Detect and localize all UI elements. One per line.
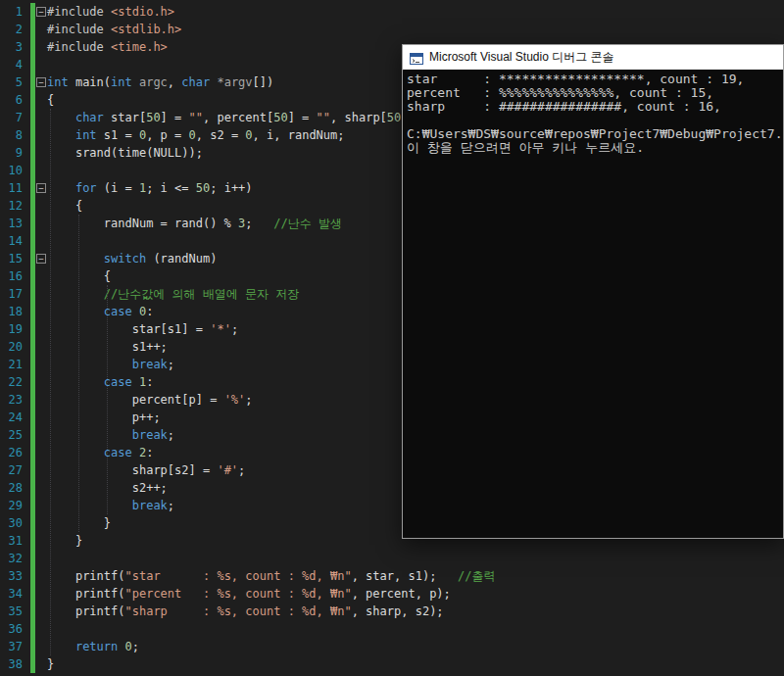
code-token: , i, randNum;	[253, 128, 345, 142]
code-token: '%'	[224, 393, 246, 407]
code-token: 50	[273, 111, 287, 124]
code-token: ""	[189, 111, 203, 124]
code-token: , sharp[	[330, 111, 387, 124]
code-token: randNum = rand() %	[104, 217, 238, 230]
code-token: ;	[245, 393, 252, 407]
code-token: ] =	[161, 111, 189, 124]
code-token: (randNum)	[153, 252, 217, 266]
code-token: star[s1] =	[132, 322, 210, 336]
code-line[interactable]: return 0;	[47, 638, 496, 655]
code-line[interactable]: printf("sharp : %s, count : %d, ₩n", sha…	[47, 603, 496, 620]
code-token: }	[75, 534, 82, 548]
code-token: , s2 =	[196, 128, 246, 142]
console-output[interactable]: star : *******************, count : 19,p…	[403, 70, 783, 155]
debug-console-window[interactable]: Microsoft Visual Studio 디버그 콘솔 star : **…	[402, 44, 784, 539]
code-token: p++;	[132, 410, 161, 424]
code-token: int	[111, 75, 132, 89]
code-line[interactable]	[47, 550, 496, 567]
code-token: char	[75, 111, 111, 124]
code-token: 50	[146, 111, 160, 124]
code-line[interactable]: printf("percent : %s, count : %d, ₩n", p…	[47, 585, 496, 603]
console-line: C:₩Users₩DS₩source₩repos₩Project7₩Debug₩…	[407, 127, 779, 141]
code-token: #include	[47, 23, 111, 36]
fold-collapse-icon[interactable]: −	[36, 7, 46, 17]
code-token: main(	[75, 75, 111, 89]
code-token: }	[104, 516, 111, 530]
code-token: star[	[111, 111, 146, 124]
code-token: <stdlib.h>	[111, 23, 181, 36]
code-line[interactable]: #include <stdio.h>	[47, 3, 496, 21]
code-token: ""	[317, 111, 330, 124]
code-token: ] =	[288, 111, 317, 124]
code-token: #include	[47, 5, 111, 19]
console-icon[interactable]	[410, 51, 423, 65]
code-token: ;	[238, 463, 245, 477]
code-token: printf(	[75, 569, 125, 583]
fold-collapse-icon[interactable]: −	[36, 77, 46, 87]
code-token: '#'	[217, 463, 238, 477]
code-token: //난수값에 의해 배열에 문자 저장	[104, 287, 299, 301]
code-token: 0	[245, 128, 252, 142]
code-token: [])	[253, 75, 274, 89]
code-token: "sharp : %s, count : %d, ₩n"	[124, 604, 351, 618]
code-token: percent[p] =	[132, 393, 224, 407]
code-token: int	[47, 75, 75, 89]
code-line[interactable]: printf("star : %s, count : %d, ₩n", star…	[47, 567, 496, 585]
code-token: //출력	[458, 569, 495, 583]
code-token: 0	[189, 128, 196, 142]
code-token: sharp[s2] =	[132, 463, 218, 477]
console-line: star : *******************, count : 19,	[407, 72, 779, 86]
code-token: <time.h>	[111, 40, 168, 54]
code-token: , sharp, s2);	[352, 604, 444, 618]
code-token: s1 =	[104, 128, 139, 142]
code-token: ; i++)	[210, 181, 252, 195]
code-token: case	[104, 446, 139, 459]
console-title: Microsoft Visual Studio 디버그 콘솔	[429, 49, 614, 66]
code-token: case	[104, 375, 139, 389]
fold-collapse-icon[interactable]: −	[36, 183, 46, 193]
code-token: , percent, p);	[352, 587, 451, 601]
console-line: percent : %%%%%%%%%%%%%%%, count : 15,	[407, 86, 779, 100]
code-token: 0	[124, 640, 131, 653]
code-line[interactable]: #include <stdlib.h>	[47, 21, 496, 38]
code-token: 50	[387, 111, 401, 124]
code-token: {	[104, 269, 111, 283]
page: { "editor": { "line_count": 38, "fold_li…	[0, 0, 784, 676]
code-token: ;	[168, 499, 174, 512]
code-token: (i =	[104, 181, 139, 195]
code-token: return	[75, 640, 125, 653]
code-token: case	[104, 305, 139, 318]
code-token: ;	[231, 322, 238, 336]
code-token: :	[146, 375, 153, 389]
code-token: srand(time(NULL));	[75, 146, 203, 160]
fold-collapse-icon[interactable]: −	[36, 254, 46, 264]
code-token: switch	[104, 252, 154, 266]
console-titlebar[interactable]: Microsoft Visual Studio 디버그 콘솔	[403, 45, 783, 70]
indent-guide	[50, 109, 51, 655]
code-line[interactable]	[47, 620, 496, 638]
code-token: printf(	[75, 604, 125, 618]
console-line: 이 창을 닫으려면 아무 키나 누르세요.	[407, 141, 779, 155]
code-token: *argv	[210, 75, 252, 89]
code-token: char	[181, 75, 210, 89]
code-token: for	[75, 181, 104, 195]
code-token: "percent : %s, count : %d, ₩n"	[124, 587, 351, 601]
indent-guide	[78, 215, 79, 532]
indent-guide	[107, 285, 108, 514]
code-line[interactable]: }	[47, 655, 496, 673]
code-token: }	[47, 657, 54, 671]
code-token: ;	[168, 358, 174, 371]
code-token: 50	[196, 181, 210, 195]
code-token: //난수 발생	[273, 217, 342, 230]
code-token: , star, s1);	[352, 569, 458, 583]
code-token: ;	[245, 217, 273, 230]
code-token: "star : %s, count : %d, ₩n"	[124, 569, 351, 583]
code-token: , percent[	[203, 111, 273, 124]
code-token: ,	[168, 75, 181, 89]
code-token: break	[132, 358, 168, 371]
code-token: s2++;	[132, 481, 168, 495]
code-token: {	[47, 93, 54, 107]
console-line: sharp : ################, count : 16,	[407, 100, 779, 114]
code-token: <stdio.h>	[111, 5, 174, 19]
code-token: s1++;	[132, 340, 168, 354]
